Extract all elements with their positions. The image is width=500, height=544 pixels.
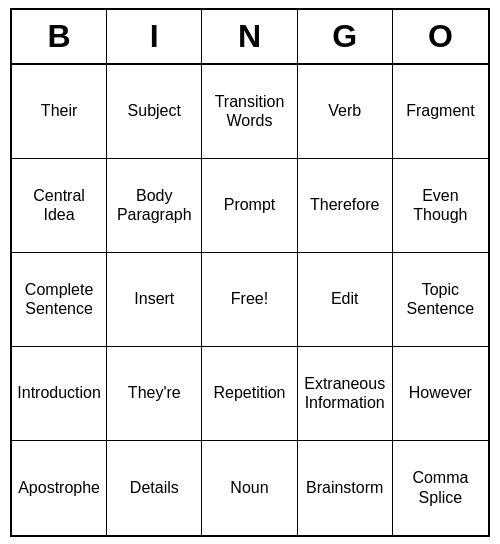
- bingo-cell: Insert: [107, 253, 202, 347]
- cell-text: Their: [41, 101, 77, 120]
- bingo-cell: Complete Sentence: [12, 253, 107, 347]
- bingo-cell: Repetition: [202, 347, 297, 441]
- bingo-cell: Edit: [298, 253, 393, 347]
- bingo-cell: Subject: [107, 65, 202, 159]
- bingo-cell: Prompt: [202, 159, 297, 253]
- cell-text: Free!: [231, 289, 268, 308]
- bingo-cell: Topic Sentence: [393, 253, 488, 347]
- bingo-cell: Brainstorm: [298, 441, 393, 535]
- cell-text: Extraneous Information: [302, 374, 388, 412]
- bingo-cell: Their: [12, 65, 107, 159]
- bingo-cell: Verb: [298, 65, 393, 159]
- bingo-cell: Central Idea: [12, 159, 107, 253]
- cell-text: Edit: [331, 289, 359, 308]
- header-letter: N: [202, 10, 297, 63]
- bingo-cell: Transition Words: [202, 65, 297, 159]
- cell-text: Central Idea: [16, 186, 102, 224]
- cell-text: Details: [130, 478, 179, 497]
- cell-text: Introduction: [17, 383, 101, 402]
- bingo-cell: Details: [107, 441, 202, 535]
- bingo-cell: They're: [107, 347, 202, 441]
- cell-text: Repetition: [213, 383, 285, 402]
- bingo-cell: However: [393, 347, 488, 441]
- cell-text: Comma Splice: [397, 468, 484, 506]
- cell-text: Noun: [230, 478, 268, 497]
- cell-text: Complete Sentence: [16, 280, 102, 318]
- bingo-header: BINGO: [12, 10, 488, 65]
- bingo-cell: Noun: [202, 441, 297, 535]
- cell-text: They're: [128, 383, 181, 402]
- cell-text: Topic Sentence: [397, 280, 484, 318]
- bingo-cell: Body Paragraph: [107, 159, 202, 253]
- header-letter: O: [393, 10, 488, 63]
- bingo-cell: Extraneous Information: [298, 347, 393, 441]
- bingo-cell: Fragment: [393, 65, 488, 159]
- cell-text: However: [409, 383, 472, 402]
- cell-text: Insert: [134, 289, 174, 308]
- header-letter: I: [107, 10, 202, 63]
- bingo-cell: Apostrophe: [12, 441, 107, 535]
- bingo-cell: Introduction: [12, 347, 107, 441]
- header-letter: G: [298, 10, 393, 63]
- cell-text: Subject: [128, 101, 181, 120]
- cell-text: Brainstorm: [306, 478, 383, 497]
- cell-text: Verb: [328, 101, 361, 120]
- bingo-card: BINGO TheirSubjectTransition WordsVerbFr…: [10, 8, 490, 537]
- cell-text: Therefore: [310, 195, 379, 214]
- cell-text: Prompt: [224, 195, 276, 214]
- cell-text: Apostrophe: [18, 478, 100, 497]
- cell-text: Body Paragraph: [111, 186, 197, 224]
- bingo-cell: Even Though: [393, 159, 488, 253]
- bingo-grid: TheirSubjectTransition WordsVerbFragment…: [12, 65, 488, 535]
- bingo-cell: Therefore: [298, 159, 393, 253]
- cell-text: Fragment: [406, 101, 474, 120]
- cell-text: Transition Words: [206, 92, 292, 130]
- bingo-cell: Free!: [202, 253, 297, 347]
- cell-text: Even Though: [397, 186, 484, 224]
- bingo-cell: Comma Splice: [393, 441, 488, 535]
- header-letter: B: [12, 10, 107, 63]
